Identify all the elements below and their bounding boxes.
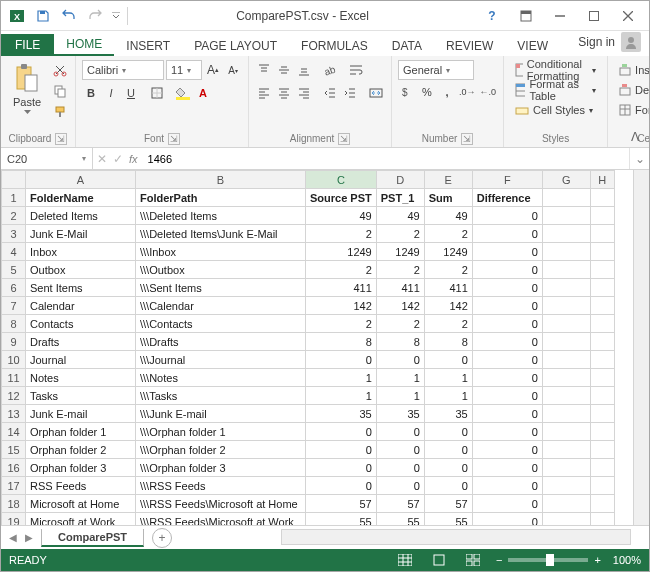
italic-icon[interactable]: I [102,83,120,103]
tab-insert[interactable]: INSERT [114,35,182,56]
sheet-nav-next-icon[interactable]: ▶ [21,529,37,547]
cell[interactable] [590,513,614,526]
row-header[interactable]: 4 [2,243,26,261]
cell[interactable]: \\\Inbox [136,243,306,261]
cell[interactable]: Journal [26,351,136,369]
cell[interactable] [542,243,590,261]
cell[interactable] [590,189,614,207]
dialog-launcher-icon[interactable]: ⇲ [338,133,350,145]
tab-file[interactable]: FILE [1,34,54,56]
cell[interactable]: Orphan folder 1 [26,423,136,441]
cell[interactable]: 49 [376,207,424,225]
cell[interactable] [542,495,590,513]
cell[interactable]: 0 [472,351,542,369]
row-header[interactable]: 9 [2,333,26,351]
delete-cells-button[interactable]: Delete▾ [614,80,650,100]
cell[interactable]: 35 [306,405,377,423]
orientation-icon[interactable]: ab [321,60,339,80]
cell[interactable]: Orphan folder 2 [26,441,136,459]
row-header[interactable]: 7 [2,297,26,315]
cell[interactable]: 1 [424,387,472,405]
cell-styles-button[interactable]: Cell Styles▾ [510,100,598,120]
cell[interactable]: 2 [306,225,377,243]
row-header[interactable]: 15 [2,441,26,459]
cell[interactable] [542,405,590,423]
collapse-ribbon-icon[interactable]: ᐱ [625,129,645,145]
cell[interactable]: 55 [376,513,424,526]
cell[interactable] [542,297,590,315]
cell[interactable] [542,369,590,387]
cell[interactable]: Source PST [306,189,377,207]
redo-icon[interactable] [83,4,107,28]
maximize-icon[interactable] [577,3,611,29]
cell[interactable]: 49 [306,207,377,225]
font-name-combo[interactable]: Calibri▾ [82,60,164,80]
paste-button[interactable]: Paste [7,58,47,114]
cell[interactable]: \\\Drafts [136,333,306,351]
comma-format-icon[interactable]: , [438,82,456,102]
underline-icon[interactable]: U [122,83,140,103]
cell[interactable]: 0 [472,261,542,279]
cell[interactable] [542,225,590,243]
row-header[interactable]: 10 [2,351,26,369]
cell[interactable]: 0 [472,513,542,526]
cell[interactable]: Sent Items [26,279,136,297]
sheet-nav-prev-icon[interactable]: ◀ [5,529,21,547]
vertical-scrollbar[interactable] [633,170,649,525]
cell[interactable] [542,477,590,495]
cell[interactable]: 1249 [376,243,424,261]
dialog-launcher-icon[interactable]: ⇲ [55,133,67,145]
ribbon-display-icon[interactable] [509,3,543,29]
excel-icon[interactable]: X [5,4,29,28]
cell[interactable]: \\\Deleted Items\Junk E-Mail [136,225,306,243]
format-painter-icon[interactable] [51,102,69,122]
cancel-formula-icon[interactable]: ✕ [97,152,107,166]
cell[interactable]: 1 [376,369,424,387]
tab-pagelayout[interactable]: PAGE LAYOUT [182,35,289,56]
cell[interactable] [590,441,614,459]
cell[interactable]: 55 [306,513,377,526]
help-icon[interactable]: ? [475,3,509,29]
name-box[interactable]: C20▾ [1,148,93,169]
increase-decimal-icon[interactable]: .0→ [458,82,477,102]
row-header[interactable]: 18 [2,495,26,513]
cell[interactable]: RSS Feeds [26,477,136,495]
cell[interactable]: 8 [424,333,472,351]
cell[interactable]: Outbox [26,261,136,279]
cell[interactable]: \\\Tasks [136,387,306,405]
row-header[interactable]: 3 [2,225,26,243]
increase-font-icon[interactable]: A▴ [204,60,222,80]
cell[interactable] [590,279,614,297]
cell[interactable]: 0 [376,477,424,495]
cell[interactable]: 0 [472,459,542,477]
cell[interactable]: Drafts [26,333,136,351]
zoom-slider[interactable]: − + [496,554,601,566]
column-header[interactable]: B [136,171,306,189]
cell[interactable]: 2 [424,261,472,279]
cell[interactable] [590,297,614,315]
cell[interactable]: 0 [424,351,472,369]
cell[interactable]: 0 [306,351,377,369]
number-format-combo[interactable]: General▾ [398,60,474,80]
cell[interactable]: Difference [472,189,542,207]
cell[interactable]: FolderPath [136,189,306,207]
horizontal-scrollbar[interactable] [281,529,631,545]
cell[interactable]: Orphan folder 3 [26,459,136,477]
cell[interactable]: \\\Junk E-mail [136,405,306,423]
cell[interactable]: 0 [472,387,542,405]
borders-icon[interactable] [148,83,166,103]
tab-review[interactable]: REVIEW [434,35,505,56]
cell[interactable]: 2 [424,225,472,243]
cell[interactable] [590,225,614,243]
cell[interactable] [542,189,590,207]
column-header[interactable]: H [590,171,614,189]
cell[interactable]: 0 [306,423,377,441]
cell[interactable] [590,207,614,225]
cell[interactable] [590,477,614,495]
row-header[interactable]: 12 [2,387,26,405]
cell[interactable] [590,405,614,423]
row-header[interactable]: 11 [2,369,26,387]
cell[interactable]: Calendar [26,297,136,315]
cell[interactable]: 0 [472,405,542,423]
cell[interactable]: Junk E-mail [26,405,136,423]
